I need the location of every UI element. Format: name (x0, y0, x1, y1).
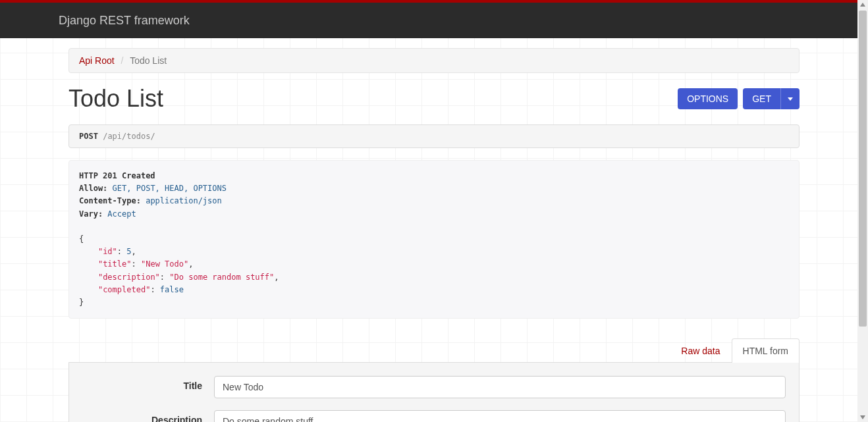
title-label: Title (82, 376, 214, 391)
options-button[interactable]: OPTIONS (678, 88, 738, 109)
action-buttons: OPTIONS GET (678, 88, 800, 109)
get-dropdown-toggle[interactable] (780, 88, 800, 109)
breadcrumb-current: Todo List (130, 55, 167, 66)
response-body-id: 5 (126, 247, 131, 256)
tab-raw-data[interactable]: Raw data (670, 338, 731, 363)
request-method: POST (79, 132, 98, 141)
response-header-allow: GET, POST, HEAD, OPTIONS (113, 184, 227, 193)
scrollbar-thumb[interactable] (859, 11, 867, 327)
get-button-group: GET (743, 88, 800, 109)
get-button[interactable]: GET (743, 88, 780, 109)
scrollbar-down-icon[interactable] (860, 415, 865, 419)
breadcrumb-root-link[interactable]: Api Root (79, 55, 115, 66)
request-seg-0: api (107, 132, 122, 141)
scrollbar[interactable] (857, 0, 868, 422)
response-body-description: Do some random stuff (175, 273, 270, 282)
scrollbar-up-icon[interactable] (860, 3, 865, 7)
form-tabs: Raw data HTML form (68, 338, 800, 363)
response-body-title: New Todo (146, 259, 184, 269)
response-status: HTTP 201 Created (79, 171, 155, 180)
breadcrumb-separator: / (117, 55, 128, 66)
chevron-down-icon (788, 97, 793, 101)
response-header-content-type: application/json (146, 196, 222, 205)
description-textarea[interactable]: Do some random stuff (214, 410, 786, 422)
navbar: Django REST framework (0, 3, 868, 38)
breadcrumb: Api Root / Todo List (68, 48, 800, 73)
request-line: POST /api/todos/ (68, 124, 800, 148)
response-header-vary: Accept (107, 209, 136, 219)
page-title: Todo List (68, 85, 163, 113)
form-panel: Title Description Do some random stuff (68, 363, 800, 422)
brand-link[interactable]: Django REST framework (59, 14, 190, 27)
tab-html-form[interactable]: HTML form (732, 338, 800, 363)
response-panel: HTTP 201 Created Allow: GET, POST, HEAD,… (68, 160, 800, 319)
description-label: Description (82, 410, 214, 422)
response-body-completed: false (160, 285, 184, 294)
request-seg-1: todos (126, 132, 150, 141)
title-input[interactable] (214, 376, 786, 398)
